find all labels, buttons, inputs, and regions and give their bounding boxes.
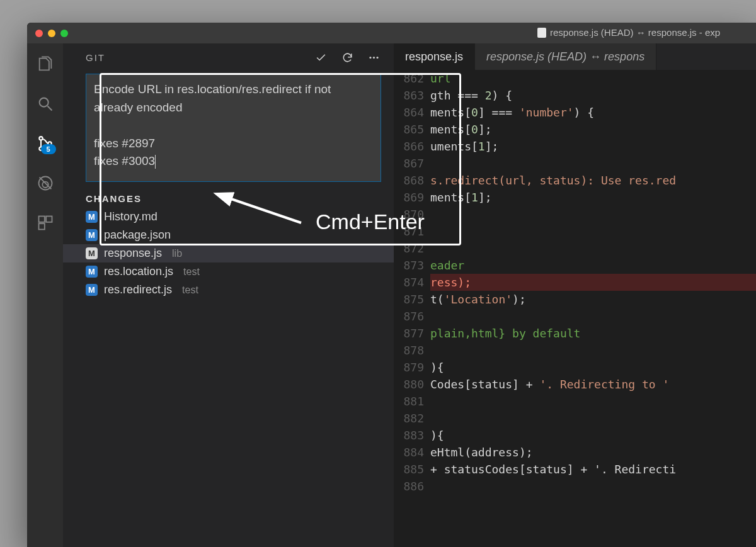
change-dir: lib	[172, 248, 182, 259]
maximize-window-button[interactable]	[60, 30, 68, 37]
editor-area: response.jsresponse.js (HEAD) ↔ respons …	[394, 43, 756, 547]
change-row[interactable]: Mresponse.jslib	[63, 244, 394, 262]
change-row[interactable]: Mres.redirect.jstest	[63, 281, 394, 299]
scm-badge: 5	[41, 144, 56, 154]
change-dir: test	[182, 285, 198, 296]
svg-point-11	[376, 56, 378, 58]
modified-badge: M	[86, 211, 98, 223]
debug-tab[interactable]	[36, 174, 55, 193]
activity-bar: 5	[27, 43, 63, 547]
change-filename: res.location.js	[104, 265, 173, 278]
window-title: response.js (HEAD) ↔ response.js - exp	[537, 27, 720, 38]
commit-message-text: Encode URL in res.location/res.redirect …	[94, 82, 335, 167]
extensions-tab[interactable]	[36, 213, 55, 232]
scm-panel: GIT Encode URL in res.location/res.redir…	[63, 43, 394, 547]
svg-point-1	[39, 137, 42, 140]
more-icon[interactable]	[367, 51, 380, 64]
explorer-tab[interactable]	[36, 55, 55, 74]
changes-list: MHistory.mdMpackage.jsonMresponse.jslibM…	[63, 208, 394, 299]
modified-badge: M	[86, 229, 98, 241]
window-body: 5 GIT Encode URL in res.location/res.red…	[27, 43, 756, 547]
change-row[interactable]: Mpackage.json	[63, 226, 394, 244]
close-window-button[interactable]	[35, 30, 43, 37]
modified-badge: M	[86, 284, 98, 296]
modified-badge: M	[86, 247, 98, 259]
code-editor[interactable]: 8628638648658668678688698708718728738748…	[394, 70, 756, 547]
window-title-text: response.js (HEAD) ↔ response.js - exp	[550, 27, 720, 38]
titlebar: response.js (HEAD) ↔ response.js - exp	[27, 23, 756, 43]
changes-header: CHANGES	[63, 187, 394, 208]
vscode-window: response.js (HEAD) ↔ response.js - exp 5	[27, 23, 756, 547]
svg-point-0	[39, 98, 48, 107]
editor-tab[interactable]: response.js (HEAD) ↔ respons	[475, 43, 656, 70]
source-control-tab[interactable]: 5	[36, 134, 55, 153]
editor-tabs: response.jsresponse.js (HEAD) ↔ respons	[394, 43, 756, 70]
line-number-gutter: 8628638648658668678688698708718728738748…	[394, 70, 430, 547]
commit-message-input[interactable]: Encode URL in res.location/res.redirect …	[86, 74, 381, 182]
svg-point-9	[369, 56, 371, 58]
file-icon	[537, 28, 546, 38]
svg-rect-7	[46, 217, 52, 222]
change-filename: package.json	[104, 228, 171, 242]
search-tab[interactable]	[36, 94, 55, 113]
window-controls	[27, 30, 68, 37]
svg-point-10	[372, 56, 374, 58]
text-caret	[155, 155, 156, 169]
scm-title: GIT	[86, 52, 105, 63]
scm-header: GIT	[63, 43, 394, 67]
svg-rect-6	[38, 217, 44, 222]
change-dir: test	[183, 266, 200, 278]
modified-badge: M	[86, 266, 98, 278]
change-row[interactable]: MHistory.md	[63, 208, 394, 226]
minimize-window-button[interactable]	[48, 30, 55, 37]
svg-rect-8	[38, 223, 44, 229]
code-content: urlgth === 2) {ments[0] === 'number') {m…	[430, 70, 756, 547]
scm-actions	[314, 51, 380, 64]
change-filename: History.md	[104, 210, 158, 223]
change-filename: response.js	[104, 247, 162, 260]
editor-tab[interactable]: response.js	[394, 43, 475, 70]
change-row[interactable]: Mres.location.jstest	[63, 262, 394, 281]
change-filename: res.redirect.js	[104, 283, 172, 296]
commit-check-icon[interactable]	[314, 51, 327, 64]
refresh-icon[interactable]	[341, 51, 353, 64]
